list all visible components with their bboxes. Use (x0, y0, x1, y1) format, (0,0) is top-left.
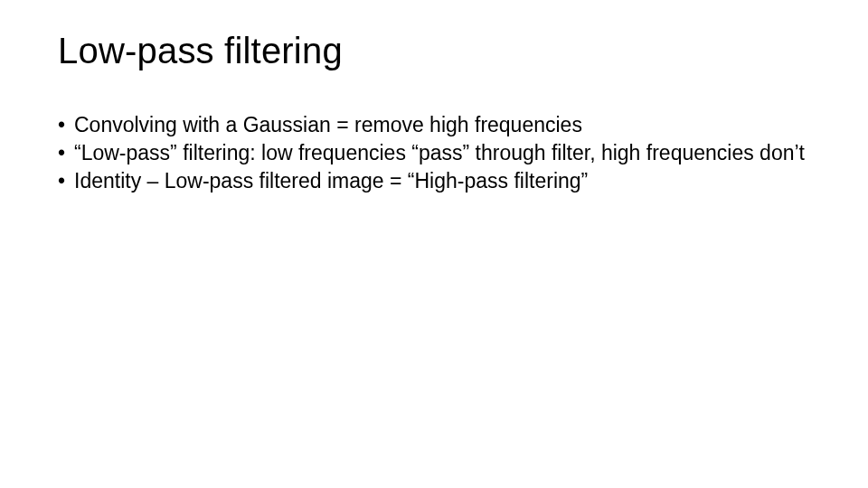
list-item: Identity – Low-pass filtered image = “Hi… (58, 168, 810, 194)
slide: Low-pass filtering Convolving with a Gau… (0, 0, 868, 488)
list-item: Convolving with a Gaussian = remove high… (58, 112, 810, 138)
bullet-text: Convolving with a Gaussian = remove high… (74, 112, 810, 138)
slide-title: Low-pass filtering (58, 31, 810, 70)
bullet-text: “Low-pass” filtering: low frequencies “p… (74, 140, 810, 166)
list-item: “Low-pass” filtering: low frequencies “p… (58, 140, 810, 166)
bullet-text: Identity – Low-pass filtered image = “Hi… (74, 168, 810, 194)
bullet-list: Convolving with a Gaussian = remove high… (58, 112, 810, 193)
